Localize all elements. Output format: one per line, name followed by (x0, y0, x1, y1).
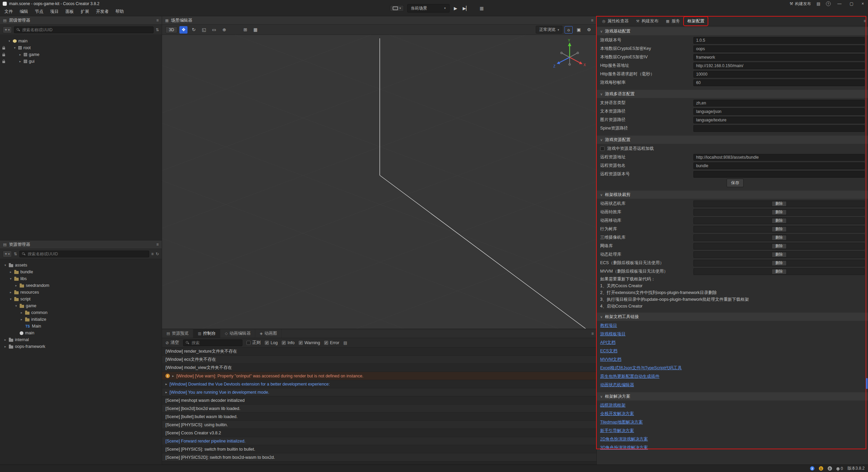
console-log-row[interactable]: [Window] render_texture文件夹不存在 (162, 348, 596, 356)
mode-3d-button[interactable]: 3D (165, 26, 177, 33)
tree-row[interactable]: ▸seedrandom (0, 282, 162, 289)
property-input[interactable] (693, 154, 865, 161)
move-tool-button[interactable]: ✥ (179, 26, 188, 34)
filter-icon[interactable]: ≡ (151, 252, 154, 256)
log-file-icon[interactable]: ▤ (343, 340, 347, 345)
panel-menu-icon[interactable]: ≡ (591, 18, 593, 23)
doc-link[interactable]: MVVM文档 (600, 357, 622, 362)
expand-arrow-icon[interactable]: ▸ (3, 345, 7, 348)
doc-link[interactable]: 原生包热更新配置自动生成插件 (600, 374, 659, 379)
lighting-toggle[interactable]: ☼ (565, 26, 573, 34)
delete-button[interactable]: 删除 (772, 235, 787, 240)
inspector-tab[interactable]: 框架配置 (684, 17, 708, 25)
console-tab[interactable]: ▤资源预览 (162, 329, 193, 338)
section-header[interactable]: ∨框架文档工具链接 (597, 313, 868, 321)
doc-link[interactable]: 动画状态机编辑器 (600, 382, 634, 388)
hierarchy-search-input[interactable] (14, 26, 154, 33)
panel-menu-icon[interactable]: ≡ (156, 18, 159, 23)
console-log-row[interactable]: [Scene] [bullet]:bullet wasm lib loaded. (162, 413, 596, 421)
scene-gizmo-settings-icon[interactable]: ⚙ (585, 26, 593, 34)
console-log-row[interactable]: [Scene] meshopt wasm decoder initialized (162, 396, 596, 405)
doc-link[interactable]: ECS文档 (600, 348, 617, 354)
scrollbar-thumb[interactable] (866, 378, 868, 389)
refresh-icon[interactable]: ↻ (156, 252, 159, 256)
error-count-badge[interactable]: 0 (828, 466, 832, 471)
expand-arrow-icon[interactable]: ▾ (14, 304, 18, 308)
console-tab[interactable]: ◈动画图 (255, 329, 282, 338)
doc-link[interactable]: 2D角色扮演游戏解决方案 (600, 436, 648, 442)
package-icon[interactable]: ▤ (816, 1, 820, 6)
log-count-badge[interactable]: 3 (810, 466, 814, 471)
panel-menu-icon[interactable]: ≡ (591, 331, 594, 336)
property-input[interactable] (693, 117, 865, 123)
panel-menu-icon[interactable]: ≡ (156, 242, 159, 247)
menu-item[interactable]: 项目 (47, 8, 62, 16)
doc-link[interactable]: 游戏模板项目 (600, 331, 626, 337)
expand-arrow-icon[interactable]: ▸ (14, 284, 18, 287)
tree-row[interactable]: ▸internal (0, 336, 162, 343)
axis-gizmo[interactable]: Y X Z (552, 38, 589, 72)
property-input[interactable] (693, 45, 865, 52)
delete-button[interactable]: 删除 (772, 218, 787, 223)
expand-arrow-icon[interactable]: ▸ (172, 374, 174, 378)
tree-row[interactable]: ▸oops-framework (0, 343, 162, 350)
menu-item[interactable]: 面板 (62, 8, 77, 16)
delete-button[interactable]: 删除 (772, 252, 787, 257)
checkbox[interactable] (600, 146, 605, 151)
notification-badge[interactable]: 0 (836, 466, 843, 471)
doc-link[interactable]: Excel格式转Json文件与TypeScript代码工具 (600, 365, 682, 371)
help-icon[interactable]: ? (826, 1, 831, 6)
save-button[interactable]: 保存 (727, 179, 744, 187)
checkbox[interactable]: ✓ (299, 341, 303, 345)
delete-button[interactable]: 删除 (772, 260, 787, 266)
inspector-tab[interactable]: ▦服务 (663, 17, 683, 25)
expand-arrow-icon[interactable]: ▾ (9, 297, 13, 301)
doc-link[interactable]: API文档 (600, 340, 615, 346)
expand-arrow-icon[interactable]: ▸ (165, 390, 167, 394)
property-input[interactable] (693, 100, 865, 106)
expand-arrow-icon[interactable]: ▸ (20, 318, 23, 321)
tree-row[interactable]: ▸common (0, 309, 162, 316)
build-publish-button[interactable]: ⚒ 构建发布 (790, 1, 811, 7)
sort-icon[interactable]: ⇅ (14, 252, 17, 256)
snap-settings-icon[interactable]: ⊞ (241, 26, 249, 34)
add-node-button[interactable]: +▾ (3, 26, 12, 33)
expand-arrow-icon[interactable]: ▾ (3, 263, 7, 267)
menu-item[interactable]: 编辑 (17, 8, 31, 16)
console-filter[interactable]: ✓Error (324, 340, 339, 345)
step-button[interactable]: ▶▏ (462, 6, 471, 11)
console-log-row[interactable]: !▸[Window] [Vue warn]: Property "onInput… (162, 372, 596, 380)
assets-search-input[interactable] (19, 251, 149, 257)
expand-arrow-icon[interactable]: ▸ (18, 60, 22, 63)
tree-row[interactable]: ▾libs (0, 275, 162, 282)
expand-arrow-icon[interactable]: ▸ (9, 291, 13, 294)
expand-arrow-icon[interactable]: ▸ (20, 311, 23, 314)
menu-item[interactable]: 开发者 (93, 8, 112, 16)
pivot-tool-button[interactable]: ⊕ (220, 26, 228, 34)
property-input[interactable] (693, 62, 865, 69)
expand-arrow-icon[interactable]: ▾ (13, 46, 17, 50)
property-input[interactable] (693, 171, 865, 178)
section-header[interactable]: ∨游戏多语言配置 (597, 90, 868, 98)
doc-link[interactable]: 教程项目 (600, 323, 617, 329)
property-input[interactable] (693, 71, 865, 78)
lock-icon[interactable] (2, 47, 5, 50)
tree-row[interactable]: ▸bundle (0, 269, 162, 275)
doc-link[interactable]: 战棋游戏框架 (600, 402, 626, 408)
warning-count-badge[interactable]: 1 (819, 466, 823, 471)
rect-tool-button[interactable]: ▭ (210, 26, 218, 34)
layout-icon[interactable]: ▦ (479, 6, 485, 11)
checkbox[interactable]: ✓ (265, 341, 269, 345)
add-asset-button[interactable]: +▾ (3, 251, 12, 257)
console-log-row[interactable]: [Scene] [PHYSICS]: switch from builtin t… (162, 445, 596, 453)
property-input[interactable] (693, 54, 865, 61)
tree-row[interactable]: ▾script (0, 296, 162, 302)
tree-row[interactable]: ▾root (0, 44, 162, 51)
console-search-input[interactable] (183, 339, 242, 346)
console-log-row[interactable]: [Scene] [box2d]:box2d wasm lib loaded. (162, 405, 596, 413)
property-input[interactable] (693, 108, 865, 115)
console-tab[interactable]: ◇动画编辑器 (220, 329, 255, 338)
property-input[interactable] (693, 37, 865, 44)
expand-arrow-icon[interactable]: ▸ (3, 338, 7, 341)
tree-row[interactable]: ▸resources (0, 289, 162, 296)
